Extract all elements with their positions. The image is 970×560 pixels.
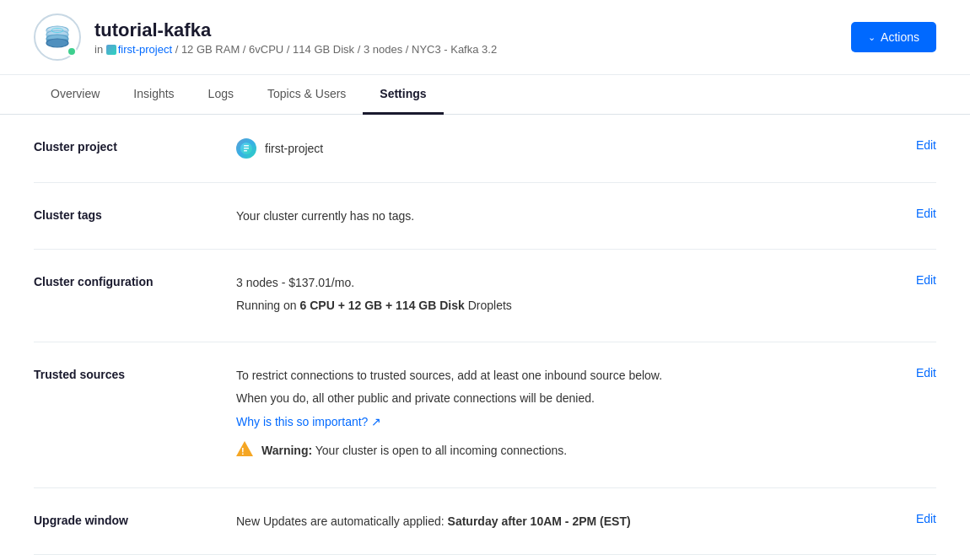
cluster-logo <box>34 13 81 61</box>
project-name: first-project <box>265 139 323 158</box>
tab-topics-users[interactable]: Topics & Users <box>251 75 363 115</box>
actions-label: Actions <box>881 30 919 44</box>
tab-settings[interactable]: Settings <box>363 75 443 115</box>
cluster-config-detail: Running on 6 CPU + 12 GB + 114 GB Disk D… <box>236 296 886 315</box>
status-indicator <box>67 46 77 57</box>
setting-upgrade-window: Upgrade window New Updates are automatic… <box>34 488 936 555</box>
actions-button[interactable]: ⌄ Actions <box>851 22 936 52</box>
cluster-tags-text: Your cluster currently has no tags. <box>236 209 414 223</box>
trusted-sources-line1: To restrict connections to trusted sourc… <box>236 366 886 385</box>
upgrade-window-value: New Updates are automatically applied: S… <box>236 512 886 530</box>
setting-cluster-config: Cluster configuration 3 nodes - $137.01/… <box>34 250 936 342</box>
cluster-project-label: Cluster project <box>34 138 236 153</box>
project-icon <box>236 138 256 159</box>
cluster-tags-edit-link[interactable]: Edit <box>916 207 936 220</box>
setting-trusted-sources: Trusted sources To restrict connections … <box>34 342 936 488</box>
cluster-config-edit: Edit <box>886 273 936 287</box>
cluster-text: tutorial-kafka in first-project / 12 GB … <box>94 19 497 56</box>
cluster-config-main: 3 nodes - $137.01/mo. <box>236 273 886 292</box>
trusted-sources-label: Trusted sources <box>34 366 236 381</box>
warning-icon <box>236 441 253 456</box>
upgrade-window-prefix: New Updates are automatically applied: <box>236 514 448 528</box>
tab-nav: Overview Insights Logs Topics & Users Se… <box>0 75 970 115</box>
setting-destroy-cluster: Destroy this database cluster This is ir… <box>34 555 936 560</box>
cluster-project-edit-link[interactable]: Edit <box>916 138 936 152</box>
cluster-name: tutorial-kafka <box>94 19 497 41</box>
project-link[interactable]: first-project <box>106 43 172 56</box>
cluster-tags-value: Your cluster currently has no tags. <box>236 207 886 225</box>
tab-insights[interactable]: Insights <box>116 75 191 115</box>
tab-logs[interactable]: Logs <box>191 75 251 115</box>
upgrade-window-edit: Edit <box>886 512 936 525</box>
cluster-config-edit-link[interactable]: Edit <box>916 273 936 287</box>
svg-rect-10 <box>244 148 249 149</box>
upgrade-window-edit-link[interactable]: Edit <box>916 512 936 525</box>
settings-content: Cluster project <box>0 115 970 560</box>
trusted-sources-edit: Edit <box>886 366 936 380</box>
setting-cluster-tags: Cluster tags Your cluster currently has … <box>34 183 936 250</box>
upgrade-window-label: Upgrade window <box>34 512 236 527</box>
cluster-project-edit: Edit <box>886 138 936 152</box>
cluster-project-value: first-project <box>236 138 886 159</box>
cluster-meta: in first-project / 12 GB RAM / 6vCPU / 1… <box>94 43 497 56</box>
trusted-sources-value: To restrict connections to trusted sourc… <box>236 366 886 464</box>
cluster-tags-label: Cluster tags <box>34 207 236 222</box>
setting-cluster-project: Cluster project <box>34 115 936 183</box>
upgrade-window-schedule: Saturday after 10AM - 2PM (EST) <box>448 514 631 528</box>
cluster-config-value: 3 nodes - $137.01/mo. Running on 6 CPU +… <box>236 273 886 318</box>
warning-text: Warning: Your cluster is open to all inc… <box>261 441 567 460</box>
chevron-down-icon: ⌄ <box>868 32 876 43</box>
warning-box: Warning: Your cluster is open to all inc… <box>236 441 886 463</box>
page-header: tutorial-kafka in first-project / 12 GB … <box>0 0 970 75</box>
trusted-sources-edit-link[interactable]: Edit <box>916 366 936 380</box>
svg-rect-11 <box>244 150 247 152</box>
svg-point-6 <box>46 39 68 47</box>
cluster-info: tutorial-kafka in first-project / 12 GB … <box>34 13 497 61</box>
tab-overview[interactable]: Overview <box>34 75 116 115</box>
trusted-sources-link[interactable]: Why is this so important? ↗ <box>236 415 381 428</box>
cluster-tags-edit: Edit <box>886 207 936 220</box>
trusted-sources-line2: When you do, all other public and privat… <box>236 389 886 407</box>
cluster-config-label: Cluster configuration <box>34 273 236 288</box>
svg-rect-9 <box>244 145 249 147</box>
